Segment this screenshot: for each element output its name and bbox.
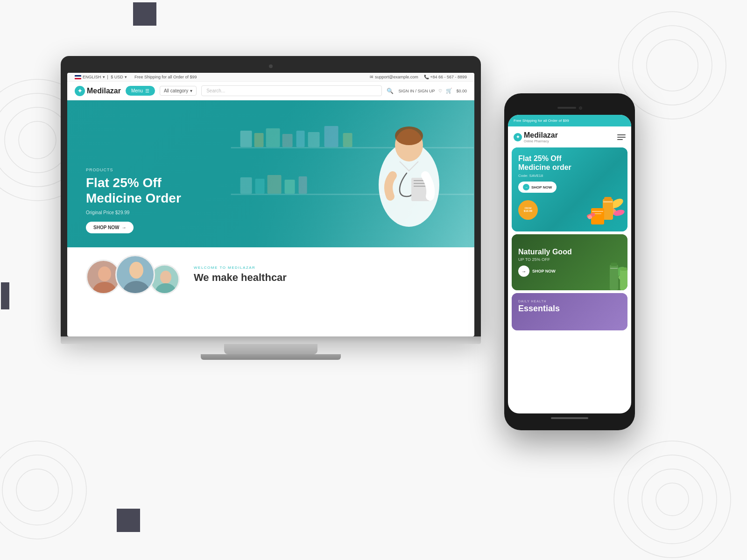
svg-point-3 [19, 121, 56, 159]
nat-arrow-btn: → [518, 266, 529, 277]
phone-logo: ✦ Medilazar Online Pharmacy [514, 131, 558, 143]
doctor-svg [358, 110, 460, 245]
svg-rect-20 [296, 131, 304, 147]
svg-point-39 [123, 281, 149, 294]
wishlist-icon[interactable]: ♡ [438, 89, 442, 93]
svg-point-41 [155, 283, 176, 294]
svg-point-5 [633, 26, 712, 105]
essentials-content: DAILY HEALTH Essentials [518, 300, 621, 314]
nat-good-title: Naturally Good [518, 248, 621, 256]
svg-point-8 [2, 455, 72, 525]
circle-decoration-bottom-right [612, 439, 733, 560]
person-avatar-2 [115, 255, 155, 294]
phone-menu-button[interactable] [617, 134, 626, 140]
svg-rect-25 [255, 179, 264, 194]
shop-now-button[interactable]: SHOP NOW → [86, 222, 134, 233]
topbar-left: ENGLISH ▾ | $ USD ▾ Free Shipping for al… [75, 75, 197, 79]
phone-screen: Free Shipping for all Order of $99 ✦ Med… [508, 115, 631, 413]
avatar-svg-2 [117, 256, 155, 294]
topbar-right: ✉ support@example.com 📞 +84 66 - 567 - 8… [370, 75, 467, 79]
phone-notch [508, 101, 631, 115]
welcome-title: We make healthcar [194, 272, 456, 284]
cart-icon[interactable]: 🛒 [446, 88, 452, 94]
hero-content: PRODUCTS Flat 25% Off Medicine Order Ori… [86, 168, 181, 233]
svg-rect-26 [267, 175, 281, 194]
menu-label: Menu [131, 88, 143, 93]
square-decor-left [1, 282, 9, 309]
square-decor-top [133, 2, 156, 26]
search-bar[interactable]: Search... [201, 85, 382, 96]
header-icons: SIGN IN / SIGN UP ♡ 🛒 $0.00 [398, 88, 467, 94]
svg-point-7 [0, 441, 86, 539]
phone-logo-text-group: Medilazar Online Pharmacy [524, 131, 558, 143]
site-topbar: ENGLISH ▾ | $ USD ▾ Free Shipping for al… [67, 73, 474, 82]
notch-bar [551, 103, 588, 113]
phone-logo-sub: Online Pharmacy [524, 140, 558, 143]
naturally-good-section: Naturally Good UP TO 25% OFF → SHOP NOW [512, 234, 627, 290]
shop-now-label: SHOP NOW [93, 225, 119, 230]
svg-point-13 [656, 483, 689, 516]
svg-rect-27 [284, 180, 295, 194]
signin-label[interactable]: SIGN IN / SIGN UP [398, 89, 435, 93]
doctor-illustration [358, 110, 460, 247]
essentials-section: DAILY HEALTH Essentials [512, 293, 627, 330]
search-placeholder: Search... [206, 88, 225, 93]
svg-rect-58 [620, 269, 627, 290]
avatar-svg-3 [151, 266, 180, 294]
svg-rect-28 [298, 176, 307, 194]
svg-rect-49 [592, 211, 603, 212]
hero-banner: PRODUCTS Flat 25% Off Medicine Order Ori… [67, 100, 474, 247]
arrow-icon: → [121, 225, 126, 230]
home-indicator [551, 417, 588, 419]
welcome-subtitle: WELCOME TO MEDILAZAR [194, 266, 456, 270]
svg-point-38 [129, 262, 143, 279]
currency-label: $ USD [111, 75, 123, 79]
svg-point-36 [98, 266, 111, 281]
hero-tag: PRODUCTS [86, 168, 181, 172]
phone-hero-banner: Flat 25% Off Medicine order Code: SAVE18… [512, 147, 627, 231]
laptop-screen: ENGLISH ▾ | $ USD ▾ Free Shipping for al… [67, 73, 474, 336]
logo-icon: ✦ [75, 86, 85, 96]
svg-point-31 [395, 126, 423, 145]
menu-line-3 [617, 139, 623, 140]
svg-point-37 [93, 282, 116, 294]
svg-rect-16 [240, 131, 252, 147]
logo-text: Medilazar [87, 87, 121, 95]
menu-line-1 [617, 134, 626, 135]
svg-rect-22 [324, 126, 338, 147]
svg-point-6 [647, 40, 698, 91]
circle-arrow-icon: → [523, 184, 529, 190]
phone-speaker [557, 107, 576, 109]
nat-shop-btn[interactable]: → SHOP NOW [518, 266, 621, 277]
svg-point-12 [642, 469, 703, 530]
laptop-foot [201, 354, 341, 360]
phone-topbar: Free Shipping for all Order of $99 [508, 115, 631, 126]
search-icon[interactable]: 🔍 [387, 88, 394, 94]
welcome-text: WELCOME TO MEDILAZAR We make healthcar [194, 266, 456, 284]
svg-rect-35 [414, 186, 425, 187]
category-dropdown[interactable]: All category ▾ [160, 86, 197, 96]
laptop-camera [269, 64, 273, 68]
svg-rect-46 [604, 197, 612, 201]
svg-rect-24 [240, 177, 252, 194]
nat-good-subtitle: UP TO 25% OFF [518, 257, 621, 262]
svg-rect-59 [620, 267, 627, 271]
email-label: ✉ support@example.com [370, 75, 418, 79]
svg-rect-19 [282, 134, 292, 147]
phone-logo-icon: ✦ [514, 133, 522, 141]
price-badge: FROM $10.99 [518, 200, 538, 220]
phone-shop-now-button[interactable]: → SHOP NOW [518, 182, 557, 193]
person-group [86, 255, 180, 294]
phone-label: 📞 +84 66 - 567 - 8899 [424, 75, 467, 79]
phone-body: Free Shipping for all Order of $99 ✦ Med… [504, 93, 635, 430]
phone-hero-title: Flat 25% Off Medicine order [518, 154, 621, 172]
svg-point-9 [16, 469, 58, 511]
language-label: ENGLISH [83, 75, 101, 79]
price-badge-value: $10.99 [524, 210, 532, 213]
circle-decoration-bottom-left [0, 439, 89, 541]
site-logo: ✦ Medilazar [75, 86, 121, 96]
phone-free-shipping: Free Shipping for all Order of $99 [514, 119, 569, 123]
menu-button[interactable]: Menu ☰ [126, 86, 155, 96]
svg-point-11 [628, 455, 717, 544]
essentials-tag: DAILY HEALTH [518, 300, 621, 303]
